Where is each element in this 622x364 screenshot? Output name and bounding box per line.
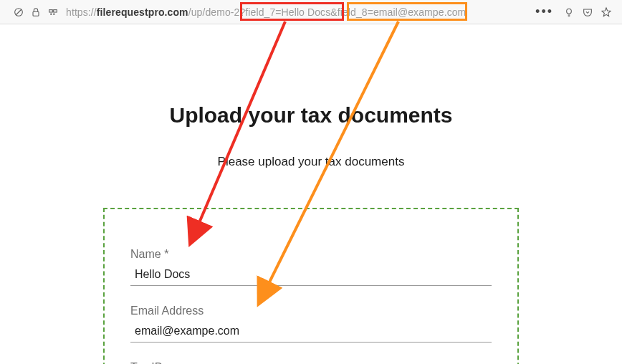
svg-line-1 [16, 9, 21, 15]
field-taxid: Tax ID [130, 361, 492, 364]
permissions-icon [47, 6, 59, 18]
bar-icons-right: ••• [535, 4, 612, 19]
page-title: Upload your tax documents [0, 103, 622, 128]
name-label: Name * [130, 248, 492, 261]
star-icon[interactable] [601, 6, 612, 18]
page-actions-ellipsis[interactable]: ••• [535, 4, 553, 19]
url-domain: filerequestpro.com [97, 6, 188, 18]
svg-rect-3 [49, 9, 53, 11]
annotation-highlight-orange [347, 2, 467, 21]
svg-point-5 [54, 14, 54, 14]
email-input[interactable] [130, 322, 492, 343]
annotation-highlight-red [240, 2, 344, 21]
page-subtitle: Please upload your tax documents [0, 155, 622, 169]
svg-marker-10 [602, 8, 611, 16]
url-protocol: https:// [66, 6, 97, 18]
field-email: Email Address [130, 305, 492, 343]
tracking-blocked-icon [13, 6, 24, 18]
name-input[interactable] [130, 265, 492, 286]
browser-address-bar: https://filerequestpro.com/up/demo-2?fie… [0, 0, 622, 24]
page-content: Upload your tax documents Please upload … [0, 24, 622, 364]
svg-point-4 [51, 14, 52, 14]
lock-icon [30, 6, 42, 18]
taxid-label: Tax ID [130, 361, 492, 364]
bar-icons-left [13, 6, 59, 18]
email-label: Email Address [130, 305, 492, 317]
field-name: Name * [130, 248, 492, 286]
svg-rect-2 [33, 11, 39, 16]
svg-point-7 [567, 9, 572, 14]
upload-form-card: Name * Email Address Tax ID [103, 208, 519, 364]
svg-rect-6 [54, 9, 57, 11]
pocket-icon[interactable] [582, 6, 593, 18]
url-path: /up/demo-2 [188, 6, 240, 18]
lightbulb-icon[interactable] [563, 6, 575, 18]
